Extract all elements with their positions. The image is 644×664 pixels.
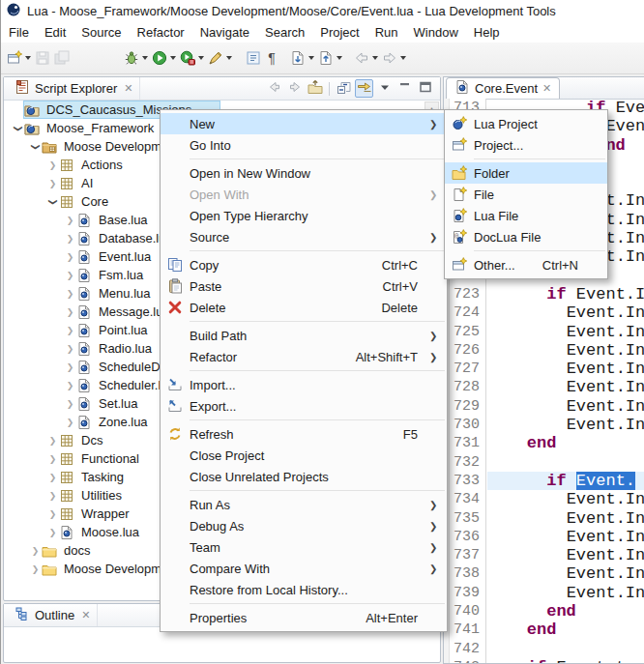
view-button-maximize[interactable] <box>416 79 434 98</box>
selected-text: Event. <box>576 472 635 490</box>
chevron-right-icon[interactable]: ❯ <box>64 234 76 244</box>
toolbar-button-mark-occurrences[interactable] <box>244 45 263 71</box>
menu-item-restore-from-local-history[interactable]: Restore from Local History... <box>161 579 447 600</box>
menu-item-compare-with[interactable]: Compare With❯ <box>161 558 447 579</box>
view-button-view-menu[interactable] <box>375 79 394 98</box>
dropdown-caret-icon[interactable] <box>170 56 176 60</box>
menubar-item-run[interactable]: Run <box>367 23 406 42</box>
menu-item-file[interactable]: File <box>445 184 607 205</box>
menu-item-doclua-file[interactable]: @DocLua File <box>445 226 607 247</box>
view-button-up[interactable] <box>306 79 324 98</box>
toolbar-button-new-wizard[interactable] <box>5 45 33 71</box>
menu-item-lua-file[interactable]: Lua File <box>445 205 607 226</box>
menubar-item-file[interactable]: File <box>1 23 37 42</box>
dropdown-caret-icon[interactable] <box>400 56 406 60</box>
menu-item-import[interactable]: Import... <box>161 374 447 395</box>
menu-item-debug-as[interactable]: Debug As❯ <box>161 515 447 536</box>
menu-item-close-project[interactable]: Close Project <box>161 445 447 466</box>
menu-item-go-into[interactable]: Go Into <box>161 134 447 156</box>
toolbar-button-run[interactable] <box>150 45 178 71</box>
menubar-item-source[interactable]: Source <box>73 23 129 42</box>
chevron-right-icon[interactable]: ❯ <box>46 160 59 170</box>
toolbar-button-back[interactable] <box>352 45 380 71</box>
tab-outline[interactable]: Outline ✕ <box>8 604 98 626</box>
dropdown-caret-icon[interactable] <box>308 56 314 60</box>
menubar-item-window[interactable]: Window <box>406 23 466 42</box>
menu-item-refresh[interactable]: RefreshF5 <box>161 423 447 445</box>
chevron-right-icon[interactable]: ❯ <box>64 326 76 335</box>
chevron-right-icon[interactable]: ❯ <box>46 179 59 188</box>
toolbar-button-previous-annotation[interactable] <box>316 45 344 71</box>
view-button-collapse-all[interactable] <box>335 79 353 98</box>
menu-item-export[interactable]: Export... <box>161 395 447 417</box>
dropdown-caret-icon[interactable] <box>337 56 342 60</box>
menu-item-label: Team <box>190 540 429 555</box>
view-button-link-with-editor[interactable] <box>355 79 373 98</box>
menubar-item-project[interactable]: Project <box>312 23 366 42</box>
dropdown-caret-icon[interactable] <box>142 56 148 60</box>
view-button-minimize[interactable] <box>395 79 414 98</box>
menu-item-new[interactable]: New❯ <box>161 113 447 134</box>
view-button-back-arrow[interactable] <box>265 79 283 98</box>
chevron-right-icon[interactable]: ❯ <box>64 362 76 372</box>
chevron-right-icon[interactable]: ❯ <box>64 271 76 280</box>
toolbar-button-show-whitespace[interactable]: ¶ <box>263 45 280 71</box>
chevron-right-icon[interactable]: ❯ <box>64 252 76 262</box>
menu-item-open-type-hierarchy[interactable]: Open Type Hierarchy <box>161 205 447 226</box>
dropdown-caret-icon[interactable] <box>25 56 31 60</box>
menu-item-refactor[interactable]: RefactorAlt+Shift+T❯ <box>161 346 447 367</box>
chevron-right-icon[interactable]: ❯ <box>46 491 59 501</box>
menu-item-open-in-new-window[interactable]: Open in New Window <box>161 162 447 184</box>
chevron-right-icon[interactable]: ❯ <box>46 454 59 464</box>
chevron-right-icon[interactable]: ❯ <box>46 528 59 537</box>
chevron-down-icon[interactable]: ❯ <box>14 122 23 134</box>
dropdown-caret-icon[interactable] <box>198 56 204 60</box>
menubar-item-refactor[interactable]: Refactor <box>130 23 192 42</box>
chevron-down-icon[interactable]: ❯ <box>31 140 41 153</box>
chevron-right-icon[interactable]: ❯ <box>46 509 59 519</box>
menu-item-source[interactable]: Source❯ <box>161 226 447 247</box>
menu-item-run-as[interactable]: Run As❯ <box>161 494 447 515</box>
menu-item-build-path[interactable]: Build Path❯ <box>161 325 447 346</box>
chevron-right-icon[interactable]: ❯ <box>46 473 59 482</box>
chevron-right-icon[interactable]: ❯ <box>29 564 42 574</box>
lua-file-icon <box>454 79 470 98</box>
toolbar-button-next-annotation[interactable] <box>288 45 316 71</box>
chevron-right-icon[interactable]: ❯ <box>46 436 59 446</box>
view-button-forward-arrow[interactable] <box>285 79 304 98</box>
toolbar-button-debug[interactable] <box>122 45 150 71</box>
menu-item-paste[interactable]: PasteCtrl+V <box>161 275 447 297</box>
close-icon[interactable]: ✕ <box>81 609 90 621</box>
menubar-item-help[interactable]: Help <box>466 23 508 42</box>
dropdown-caret-icon[interactable] <box>226 56 232 60</box>
menu-item-delete[interactable]: DeleteDelete <box>161 297 447 318</box>
chevron-right-icon[interactable]: ❯ <box>64 418 76 427</box>
chevron-right-icon[interactable]: ❯ <box>64 289 76 299</box>
chevron-down-icon[interactable]: ❯ <box>48 195 58 208</box>
menu-item-other[interactable]: Other...Ctrl+N <box>445 254 607 275</box>
menu-item-folder[interactable]: Folder <box>445 162 607 184</box>
menu-item-close-unrelated-projects[interactable]: Close Unrelated Projects <box>161 466 447 487</box>
chevron-right-icon[interactable]: ❯ <box>29 546 42 556</box>
menu-item-properties[interactable]: PropertiesAlt+Enter <box>161 607 447 628</box>
chevron-right-icon[interactable]: ❯ <box>64 216 76 225</box>
menubar-item-edit[interactable]: Edit <box>37 23 73 42</box>
dropdown-caret-icon[interactable] <box>372 56 378 60</box>
toolbar-button-run-last[interactable] <box>178 45 206 71</box>
menubar-item-search[interactable]: Search <box>257 23 312 42</box>
tab-core-event[interactable]: Core.Event ✕ <box>446 77 560 99</box>
menu-item-copy[interactable]: CopyCtrl+C <box>161 254 447 275</box>
chevron-right-icon[interactable]: ❯ <box>64 399 76 409</box>
chevron-right-icon[interactable]: ❯ <box>64 381 76 390</box>
close-icon[interactable]: ✕ <box>124 82 132 95</box>
menu-item-lua-project[interactable]: Lua Project <box>445 113 607 134</box>
menu-item-team[interactable]: Team❯ <box>161 536 447 558</box>
menu-item-project[interactable]: Project... <box>445 134 607 156</box>
toolbar-button-forward[interactable] <box>380 45 408 71</box>
close-icon[interactable]: ✕ <box>542 82 551 95</box>
tab-script-explorer[interactable]: Script Explorer ✕ <box>8 77 140 100</box>
menubar-item-navigate[interactable]: Navigate <box>192 23 257 42</box>
chevron-right-icon[interactable]: ❯ <box>64 307 76 317</box>
chevron-right-icon[interactable]: ❯ <box>64 344 76 354</box>
toolbar-button-external-tools[interactable] <box>206 45 234 71</box>
